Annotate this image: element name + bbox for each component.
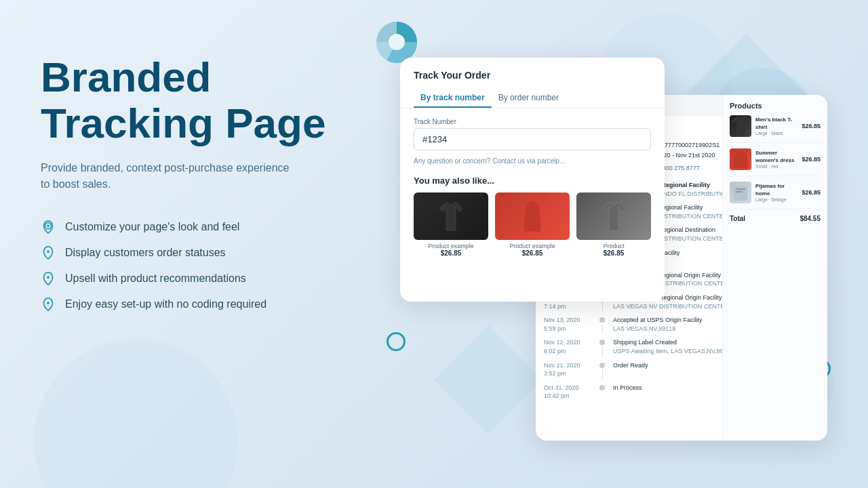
timeline-dot-9 (599, 363, 605, 368)
sidebar-product-info-1: Men's black T-shirt Large · black (755, 117, 797, 136)
svg-point-8 (47, 251, 50, 253)
tracking-card-header: Track Your Order By track number By orde… (400, 58, 665, 108)
location-pin-icon-3 (41, 271, 56, 286)
tracking-card: Track Your Order By track number By orde… (400, 58, 665, 302)
timeline-date-9: Nov 11, 2020 3:52 pm (544, 361, 591, 378)
sidebar-product-price-2: $26.85 (802, 156, 821, 163)
main-title: Branded Tracking Page (41, 54, 393, 146)
svg-rect-13 (734, 186, 747, 201)
you-may-like-heading: You may also like... (414, 176, 651, 186)
sidebar-product-info-3: Pijamas for home Large · Beidge (755, 183, 797, 202)
product-image-2 (495, 192, 570, 240)
contact-text: Any question or concern? Contact us via … (414, 157, 651, 165)
total-value: $84.55 (800, 215, 821, 222)
sidebar-product-price-3: $26.85 (802, 189, 821, 196)
subtitle: Provide branded, context post-purchase e… (41, 160, 298, 192)
sidebar-product-thumb-2 (730, 148, 751, 170)
circle-decoration-1 (387, 332, 406, 351)
sidebar-product-1: Men's black T-shirt Large · black $26.85 (730, 115, 821, 143)
location-pin-icon-4 (41, 297, 56, 312)
timeline-dot-8 (599, 340, 605, 345)
svg-point-9 (47, 277, 50, 279)
tracking-card-title: Track Your Order (414, 70, 651, 81)
tracking-tabs: By track number By order number (414, 89, 651, 108)
tab-by-order-number[interactable]: By order number (492, 89, 566, 108)
product-price-1: $26.85 (414, 249, 488, 257)
product-price-2: $26.85 (495, 249, 570, 257)
order-total-row: Total $84.55 (730, 215, 821, 222)
products-sidebar-title: Products (730, 102, 821, 110)
product-image-3 (576, 192, 651, 240)
svg-point-5 (389, 34, 405, 50)
svg-rect-15 (736, 191, 743, 192)
location-pin-icon-2 (41, 245, 56, 260)
feature-item-3: Upsell with product recommendations (41, 271, 393, 286)
sidebar-product-price-1: $26.85 (802, 123, 821, 129)
product-card-3: Product $26.85 (576, 192, 651, 257)
product-recommendations: Product example $26.85 Product example $… (414, 192, 651, 257)
tab-by-track-number[interactable]: By track number (414, 89, 492, 108)
timeline-dot-col-9 (597, 361, 608, 378)
product-image-1 (414, 192, 488, 240)
product-name-1: Product example (414, 243, 488, 249)
feature-list: Customize your page's look and feel Disp… (41, 220, 393, 312)
timeline-line-9 (602, 369, 603, 378)
timeline-line-8 (602, 346, 603, 355)
timeline-line-6 (602, 302, 603, 310)
feature-item-2: Display customers order statuses (41, 245, 393, 260)
timeline-date-10: Oct 31, 2020 10:42 pm (544, 384, 591, 401)
timeline-date-7: Nov 13, 2020 5:59 pm (544, 316, 591, 333)
products-sidebar: Products Men's black T-shirt Large · bla… (722, 95, 827, 441)
feature-item-4: Enjoy easy set-up with no coding require… (41, 297, 393, 312)
timeline-dot-col-7 (597, 316, 608, 333)
tracking-card-body: Track Number Any question or concern? Co… (400, 108, 665, 266)
product-name-3: Product (576, 243, 651, 249)
left-panel: Branded Tracking Page Provide branded, c… (41, 54, 393, 312)
total-label: Total (730, 215, 745, 222)
svg-rect-14 (736, 188, 745, 190)
product-price-3: $26.85 (576, 249, 651, 257)
svg-point-7 (47, 225, 50, 228)
timeline-dot-7 (599, 317, 605, 323)
location-pin-icon-1 (41, 220, 56, 235)
timeline-date-8: Nov 12, 2020 6:02 pm (544, 338, 591, 355)
sidebar-product-thumb-1 (730, 115, 751, 137)
track-number-input[interactable] (414, 128, 651, 150)
timeline-line-7 (602, 324, 603, 333)
timeline-dot-10 (599, 385, 605, 390)
sidebar-product-thumb-3 (730, 182, 751, 203)
feature-item-1: Customize your page's look and feel (41, 220, 393, 235)
product-card-1: Product example $26.85 (414, 192, 488, 257)
sidebar-product-3: Pijamas for home Large · Beidge $26.85 (730, 182, 821, 209)
bg-circle-1 (34, 339, 237, 488)
timeline-dot-col-10 (597, 384, 608, 401)
track-number-label: Track Number (414, 118, 651, 125)
svg-point-10 (47, 302, 50, 305)
sidebar-product-2: Summer women's dress Small · red $26.85 (730, 148, 821, 176)
timeline-dot-col-8 (597, 338, 608, 355)
product-card-2: Product example $26.85 (495, 192, 570, 257)
product-name-2: Product example (495, 243, 570, 249)
sidebar-product-info-2: Summer women's dress Small · red (755, 150, 797, 169)
